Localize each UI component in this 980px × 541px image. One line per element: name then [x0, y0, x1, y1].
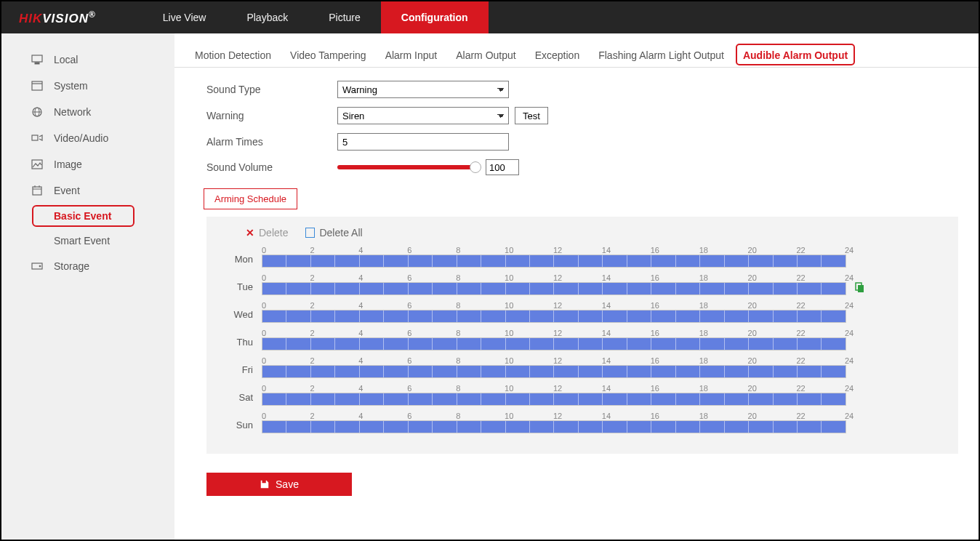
- image-icon: [31, 158, 44, 171]
- day-track[interactable]: 024681012141618202224: [262, 246, 846, 268]
- sound-type-select[interactable]: Warning: [337, 81, 509, 98]
- calendar-icon: [31, 184, 44, 197]
- svg-rect-1: [35, 63, 39, 64]
- day-label: Thu: [221, 337, 262, 350]
- nav-picture[interactable]: Picture: [308, 1, 381, 33]
- svg-rect-16: [858, 285, 864, 292]
- alarm-times-input[interactable]: [337, 133, 509, 151]
- day-label: Tue: [221, 281, 262, 295]
- tab-alarm-output[interactable]: Alarm Output: [456, 49, 515, 61]
- sidebar-item-storage[interactable]: Storage: [1, 253, 174, 279]
- day-label: Sat: [221, 392, 262, 406]
- volume-slider[interactable]: [337, 159, 519, 175]
- slider-track[interactable]: [337, 165, 475, 169]
- hour-ruler: 024681012141618202224: [262, 246, 846, 255]
- tab-audible-alarm[interactable]: Audible Alarm Output: [743, 49, 848, 61]
- warning-label: Warning: [206, 110, 337, 121]
- logo-part2: VISION: [42, 11, 89, 25]
- day-track[interactable]: 024681012141618202224: [262, 412, 846, 433]
- day-track[interactable]: 024681012141618202224: [262, 356, 846, 378]
- hour-ruler: 024681012141618202224: [262, 329, 846, 337]
- disk-icon: [31, 260, 44, 273]
- sound-volume-label: Sound Volume: [206, 161, 337, 173]
- sidebar-label: Image: [54, 159, 82, 170]
- tab-flashing-alarm[interactable]: Flashing Alarm Light Output: [598, 49, 724, 61]
- schedule-row-sun: Sun024681012141618202224: [221, 412, 944, 433]
- day-track[interactable]: 024681012141618202224: [262, 301, 846, 323]
- sidebar-label: Event: [54, 185, 80, 196]
- schedule-row-sat: Sat024681012141618202224: [221, 384, 944, 406]
- day-label: Fri: [221, 364, 262, 378]
- slider-thumb[interactable]: [470, 161, 481, 173]
- sidebar-label: System: [54, 80, 88, 92]
- volume-value-input[interactable]: [486, 159, 519, 175]
- schedule-bar[interactable]: [262, 255, 846, 268]
- event-tabs: Motion Detection Video Tampering Alarm I…: [174, 33, 979, 68]
- day-track[interactable]: 024681012141618202224: [262, 329, 846, 350]
- brand-logo: HIKVISION®: [1, 9, 113, 26]
- alarm-times-label: Alarm Times: [206, 136, 337, 148]
- schedule-bar[interactable]: [262, 337, 846, 350]
- monitor-icon: [31, 53, 44, 66]
- tab-alarm-input[interactable]: Alarm Input: [385, 49, 438, 61]
- delete-button[interactable]: ✕ Delete: [246, 227, 288, 239]
- logo-reg: ®: [89, 9, 96, 20]
- sidebar-label: Network: [54, 106, 91, 118]
- schedule-row-fri: Fri024681012141618202224: [221, 356, 944, 378]
- sidebar-item-basic-event[interactable]: Basic Event: [1, 204, 174, 228]
- nav-configuration[interactable]: Configuration: [381, 1, 489, 33]
- main-nav: Live View Playback Picture Configuration: [142, 1, 489, 33]
- test-button[interactable]: Test: [515, 107, 548, 124]
- delete-label: Delete: [259, 227, 288, 239]
- schedule-panel: ✕ Delete Delete All Mon02468101214161820…: [206, 217, 958, 454]
- sidebar-item-image[interactable]: Image: [1, 151, 174, 177]
- sidebar-label: Local: [54, 54, 78, 65]
- svg-point-14: [39, 265, 41, 267]
- sidebar-item-network[interactable]: Network: [1, 99, 174, 125]
- schedule-row-tue: Tue024681012141618202224: [221, 273, 944, 295]
- schedule-bar[interactable]: [262, 282, 846, 295]
- sidebar-item-smart-event[interactable]: Smart Event: [1, 228, 174, 253]
- day-track[interactable]: 024681012141618202224: [262, 384, 846, 406]
- schedule-row-thu: Thu024681012141618202224: [221, 329, 944, 350]
- svg-rect-9: [33, 187, 41, 195]
- sidebar: Local System Network Video/Audio Image E…: [1, 33, 174, 540]
- tab-exception[interactable]: Exception: [535, 49, 579, 61]
- nav-playback[interactable]: Playback: [226, 1, 308, 33]
- tab-label: Audible Alarm Output: [743, 49, 848, 61]
- day-track[interactable]: 024681012141618202224: [262, 273, 846, 295]
- schedule-bar[interactable]: [262, 420, 846, 433]
- hour-ruler: 024681012141618202224: [262, 412, 846, 420]
- sidebar-item-event[interactable]: Event: [1, 177, 174, 204]
- svg-rect-0: [32, 55, 42, 62]
- settings-form: Sound Type Warning Warning Siren Test Al…: [174, 68, 979, 209]
- tab-video-tampering[interactable]: Video Tampering: [290, 49, 366, 61]
- nav-live-view[interactable]: Live View: [142, 1, 227, 33]
- svg-rect-2: [32, 81, 42, 90]
- sidebar-item-local[interactable]: Local: [1, 47, 174, 73]
- top-bar: HIKVISION® Live View Playback Picture Co…: [1, 1, 979, 33]
- save-icon: [260, 479, 270, 489]
- schedule-bar[interactable]: [262, 393, 846, 406]
- schedule-row-wed: Wed024681012141618202224: [221, 301, 944, 323]
- day-label: Sun: [221, 420, 262, 433]
- sidebar-item-system[interactable]: System: [1, 73, 174, 99]
- sidebar-label: Video/Audio: [54, 132, 108, 144]
- day-label: Wed: [221, 309, 262, 323]
- trash-icon: [305, 228, 315, 238]
- svg-rect-7: [32, 135, 38, 140]
- sidebar-label: Basic Event: [54, 210, 111, 222]
- schedule-row-mon: Mon024681012141618202224: [221, 246, 944, 268]
- schedule-bar[interactable]: [262, 365, 846, 378]
- schedule-bar[interactable]: [262, 310, 846, 323]
- arming-schedule-tab[interactable]: Arming Schedule: [204, 188, 297, 209]
- tab-motion-detection[interactable]: Motion Detection: [195, 49, 271, 61]
- copy-icon[interactable]: [854, 282, 865, 294]
- warning-select[interactable]: Siren: [337, 107, 509, 124]
- delete-all-button[interactable]: Delete All: [305, 227, 362, 239]
- content-area: Motion Detection Video Tampering Alarm I…: [174, 33, 979, 540]
- delete-all-label: Delete All: [319, 227, 362, 239]
- save-button[interactable]: Save: [206, 473, 352, 496]
- sidebar-item-video-audio[interactable]: Video/Audio: [1, 125, 174, 151]
- week-schedule-grid: Mon024681012141618202224Tue0246810121416…: [221, 246, 944, 433]
